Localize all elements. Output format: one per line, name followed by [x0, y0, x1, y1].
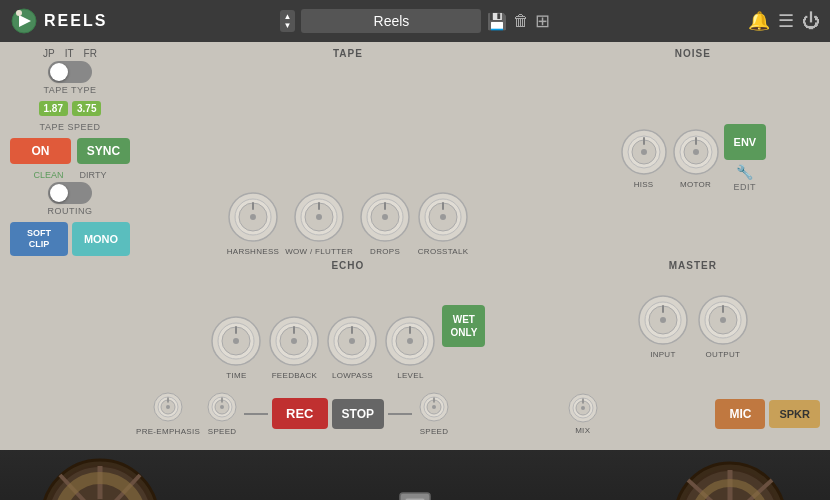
time-label: TIME	[226, 371, 246, 380]
mix-label: MIX	[575, 426, 590, 435]
mix-knob[interactable]	[567, 392, 599, 424]
svg-point-76	[432, 405, 436, 409]
grid-button[interactable]: ⊞	[535, 10, 550, 32]
echo-section: ECHO TIME	[136, 260, 560, 380]
knob-item-feedback: FEEDBACK	[268, 315, 320, 380]
echo-title: ECHO	[136, 260, 560, 271]
harshness-label: HARSHNESS	[227, 247, 280, 256]
edit-label: EDIT	[734, 182, 757, 192]
svg-point-61	[720, 317, 726, 323]
stop-button[interactable]: STOP	[332, 399, 384, 429]
wow-flutter-knob[interactable]	[293, 191, 345, 243]
drops-label: DROPS	[370, 247, 400, 256]
knob-item-input: INPUT	[637, 294, 689, 359]
dirty-label: DIRTY	[80, 170, 107, 180]
pre-emphasis-knob[interactable]	[152, 391, 184, 423]
tape-type-label: TAPE TYPE	[43, 85, 96, 95]
svg-point-31	[693, 149, 699, 155]
speed-right-label: SPEED	[420, 427, 449, 436]
mic-button[interactable]: MIC	[715, 399, 765, 429]
edit-area: 🔧 EDIT	[734, 164, 757, 192]
lowpass-knob[interactable]	[326, 315, 378, 367]
knob-item-wow-flutter: WOW / FLUTTER	[285, 191, 353, 256]
menu-button[interactable]: ☰	[778, 10, 794, 32]
reel-left	[10, 453, 210, 500]
tape-knobs-row: HARSHNESS WOW / FLUTTER	[136, 61, 560, 256]
input-knob[interactable]	[637, 294, 689, 346]
master-title: MASTER	[566, 260, 820, 271]
delete-button[interactable]: 🗑	[513, 12, 529, 30]
bell-button[interactable]: 🔔	[748, 10, 770, 32]
reel-area	[0, 450, 830, 500]
speed-left-knob[interactable]	[206, 391, 238, 423]
header-center: ▲ ▼ Reels 💾 🗑 ⊞	[130, 9, 700, 33]
hiss-knob[interactable]	[620, 128, 668, 176]
sync-button[interactable]: SYNC	[77, 138, 130, 164]
speed-value-1[interactable]: 1.87	[39, 101, 68, 116]
edit-icon[interactable]: 🔧	[736, 164, 753, 180]
logo-icon	[10, 7, 38, 35]
spkr-button[interactable]: SPKR	[769, 400, 820, 428]
knob-item-motor: MOTOR	[672, 128, 720, 189]
reel-right	[620, 453, 820, 500]
output-knob[interactable]	[697, 294, 749, 346]
tape-speed-label: TAPE SPEED	[10, 122, 130, 132]
feedback-label: FEEDBACK	[272, 371, 318, 380]
knob-item-lowpass: LOWPASS	[326, 315, 378, 380]
preset-arrows[interactable]: ▲ ▼	[280, 10, 296, 32]
arrow-down: ▼	[284, 21, 292, 30]
tape-type-toggle[interactable]	[48, 61, 92, 83]
svg-point-21	[440, 214, 446, 220]
svg-point-71	[220, 405, 224, 409]
svg-point-46	[349, 338, 355, 344]
main-content: JP IT FR TAPE TYPE 1.87 3.75 TAPE SPEED	[0, 42, 830, 450]
left-panel: JP IT FR TAPE TYPE 1.87 3.75 TAPE SPEED	[10, 48, 130, 256]
soft-clip-button[interactable]: SOFTCLIP	[10, 222, 68, 256]
motor-knob[interactable]	[672, 128, 720, 176]
speed-value-2[interactable]: 3.75	[72, 101, 101, 116]
speed-left-label: SPEED	[208, 427, 237, 436]
app: REELS ▲ ▼ Reels 💾 🗑 ⊞ 🔔 ☰ ⏻	[0, 0, 830, 500]
preset-name: Reels	[301, 9, 481, 33]
connector-line-left	[244, 413, 268, 415]
time-knob[interactable]	[210, 315, 262, 367]
level-knob[interactable]	[384, 315, 436, 367]
feedback-knob[interactable]	[268, 315, 320, 367]
on-sync-row: ON SYNC	[10, 138, 130, 164]
toggle-knob	[50, 63, 68, 81]
rec-button[interactable]: REC	[272, 398, 327, 429]
drops-knob[interactable]	[359, 191, 411, 243]
hiss-label: HISS	[634, 180, 654, 189]
transport-row: PRE-EMPHASIS SPEED REC STOP	[10, 384, 820, 444]
wow-flutter-label: WOW / FLUTTER	[285, 247, 353, 256]
save-button[interactable]: 💾	[487, 12, 507, 31]
routing-toggle[interactable]	[48, 182, 92, 204]
wet-only-button[interactable]: WETONLY	[442, 305, 485, 347]
noise-section: NOISE HISS	[566, 48, 820, 256]
input-label: INPUT	[650, 350, 676, 359]
left-spacer	[10, 260, 130, 380]
jp-label: JP	[43, 48, 55, 59]
mono-button[interactable]: MONO	[72, 222, 130, 256]
knob-item-drops: DROPS	[359, 191, 411, 256]
env-button[interactable]: ENV	[724, 124, 767, 160]
arrow-up: ▲	[284, 12, 292, 21]
knob-item-level: LEVEL	[384, 315, 436, 380]
clean-dirty-labels: CLEAN DIRTY	[34, 170, 107, 180]
tape-section: TAPE HARSHNESS	[136, 48, 560, 256]
output-buttons: MIC SPKR	[715, 399, 820, 429]
power-button[interactable]: ⏻	[802, 11, 820, 32]
routing-toggle-knob	[50, 184, 68, 202]
speed-right-knob[interactable]	[418, 391, 450, 423]
svg-point-56	[660, 317, 666, 323]
on-button[interactable]: ON	[10, 138, 71, 164]
harshness-knob[interactable]	[227, 191, 279, 243]
routing-label: ROUTING	[48, 206, 93, 216]
speed-right-item: SPEED	[418, 391, 450, 436]
knob-item-crosstalk: CROSSTALK	[417, 191, 469, 256]
it-label: IT	[65, 48, 74, 59]
svg-point-16	[382, 214, 388, 220]
right-reel-svg	[620, 453, 820, 500]
crosstalk-knob[interactable]	[417, 191, 469, 243]
tape-title: TAPE	[136, 48, 560, 59]
